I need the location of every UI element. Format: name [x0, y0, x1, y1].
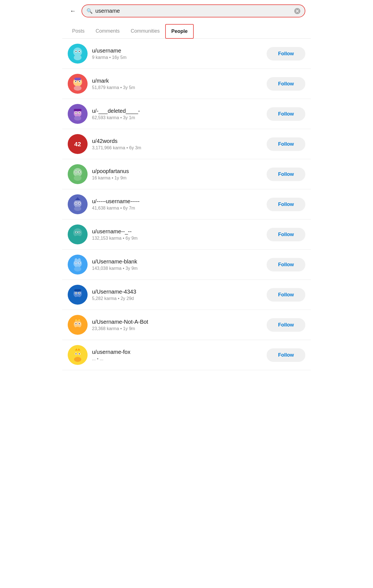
list-item: 42u/42words3,171,966 karma • 6y 3mFollow	[62, 129, 311, 159]
svg-point-35	[75, 203, 77, 204]
user-info: u/username--_--132,153 karma • 6y 9m	[92, 228, 262, 241]
user-meta: 132,153 karma • 6y 9m	[92, 236, 262, 241]
user-info: u/username-fox... • ...	[92, 349, 262, 361]
username-label: u/-----username-----	[92, 198, 262, 205]
username-label: u/username	[92, 48, 262, 54]
user-info: u/Username-blank143,038 karma • 3y 9m	[92, 258, 262, 271]
close-icon	[294, 8, 300, 14]
search-input[interactable]	[95, 8, 291, 14]
user-info: u/42words3,171,966 karma • 6y 3m	[92, 138, 262, 150]
username-label: u/Username-Not-A-Bot	[92, 319, 262, 325]
user-meta: 62,593 karma • 3y 1m	[92, 115, 262, 120]
avatar	[68, 74, 88, 94]
user-list: u/username9 karma • 16y 5mFollowu/mark51…	[62, 39, 311, 370]
svg-rect-15	[74, 78, 81, 80]
user-info: u/username9 karma • 16y 5m	[92, 48, 262, 60]
svg-point-48	[75, 262, 77, 263]
follow-button[interactable]: Follow	[267, 348, 305, 362]
svg-point-29	[75, 171, 77, 173]
follow-button[interactable]: Follow	[267, 47, 305, 61]
clear-button[interactable]	[294, 8, 300, 14]
avatar	[68, 345, 88, 365]
user-meta: 5,282 karma • 2y 29d	[92, 296, 262, 301]
tab-comments[interactable]: Comments	[90, 24, 125, 38]
svg-point-26	[74, 175, 82, 181]
tabs-container: Posts Comments Communities People	[62, 22, 311, 39]
user-meta: 143,038 karma • 3y 9m	[92, 266, 262, 271]
username-label: u/poopfartanus	[92, 168, 262, 174]
svg-point-71	[79, 353, 80, 354]
avatar	[68, 255, 88, 275]
svg-point-36	[79, 203, 80, 204]
svg-point-57	[79, 292, 80, 294]
svg-marker-37	[75, 197, 80, 200]
list-item: u/Username-blank143,038 karma • 3y 9mFol…	[62, 250, 311, 280]
user-meta: 51,879 karma • 3y 5m	[92, 85, 262, 90]
username-label: u/Username-4343	[92, 289, 262, 295]
avatar	[68, 104, 88, 124]
follow-button[interactable]: Follow	[267, 228, 305, 241]
avatar	[68, 285, 88, 305]
follow-button[interactable]: Follow	[267, 198, 305, 211]
search-icon: 🔍	[86, 8, 93, 14]
avatar	[68, 315, 88, 335]
tab-posts[interactable]: Posts	[67, 24, 90, 38]
avatar	[68, 44, 88, 64]
svg-point-32	[74, 207, 81, 211]
follow-button[interactable]: Follow	[267, 258, 305, 271]
svg-rect-43	[78, 232, 80, 233]
list-item: u/-___deleted____-62,593 karma • 3y 1mFo…	[62, 99, 311, 129]
list-item: u/-----username-----41,638 karma • 6y 7m…	[62, 189, 311, 219]
svg-rect-42	[76, 232, 77, 233]
follow-button[interactable]: Follow	[267, 77, 305, 91]
svg-point-49	[79, 262, 80, 263]
svg-point-63	[75, 323, 77, 324]
user-info: u/-----username-----41,638 karma • 6y 7m	[92, 198, 262, 211]
header: ← 🔍	[62, 0, 311, 22]
svg-point-60	[74, 327, 81, 332]
svg-point-50	[75, 258, 77, 262]
svg-text:42: 42	[74, 141, 81, 148]
tab-communities[interactable]: Communities	[125, 24, 165, 38]
svg-point-17	[74, 116, 81, 121]
svg-point-14	[79, 81, 80, 82]
follow-button[interactable]: Follow	[267, 288, 305, 302]
user-info: u/Username-43435,282 karma • 2y 29d	[92, 289, 262, 301]
svg-point-8	[79, 51, 80, 52]
avatar	[68, 224, 88, 244]
follow-button[interactable]: Follow	[267, 318, 305, 332]
username-label: u/-___deleted____-	[92, 108, 262, 114]
svg-point-39	[74, 236, 82, 241]
list-item: u/username-fox... • ...Follow	[62, 340, 311, 370]
list-item: u/username9 karma • 16y 5mFollow	[62, 39, 311, 69]
search-bar: 🔍	[82, 4, 305, 17]
svg-point-45	[74, 266, 81, 271]
svg-marker-73	[78, 348, 80, 351]
svg-point-64	[79, 323, 80, 324]
svg-point-31	[74, 200, 82, 208]
username-label: u/42words	[92, 138, 262, 144]
svg-point-70	[75, 353, 77, 354]
tab-people[interactable]: People	[165, 24, 194, 39]
user-info: u/poopfartanus16 karma • 1y 9m	[92, 168, 262, 181]
svg-marker-65	[74, 319, 81, 321]
svg-point-4	[74, 55, 82, 60]
follow-button[interactable]: Follow	[267, 107, 305, 121]
username-label: u/Username-blank	[92, 258, 262, 265]
svg-point-67	[74, 357, 81, 362]
list-item: u/mark51,879 karma • 3y 5mFollow	[62, 69, 311, 99]
svg-point-13	[75, 81, 76, 82]
svg-point-56	[75, 292, 77, 294]
svg-point-53	[74, 297, 81, 302]
follow-button[interactable]: Follow	[267, 168, 305, 181]
back-button[interactable]: ←	[68, 5, 78, 17]
user-meta: ... • ...	[92, 356, 262, 361]
user-meta: 41,638 karma • 6y 7m	[92, 206, 262, 211]
list-item: u/username--_--132,153 karma • 6y 9mFoll…	[62, 219, 311, 250]
user-meta: 23,368 karma • 1y 9m	[92, 326, 262, 331]
follow-button[interactable]: Follow	[267, 137, 305, 151]
svg-point-10	[74, 86, 82, 91]
svg-rect-22	[74, 109, 82, 111]
svg-point-21	[79, 112, 80, 113]
user-info: u/mark51,879 karma • 3y 5m	[92, 78, 262, 90]
